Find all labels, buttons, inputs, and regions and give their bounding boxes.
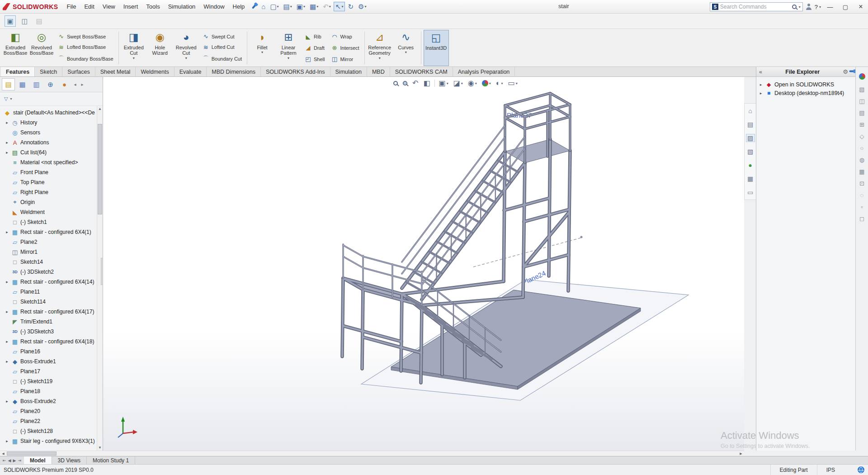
tree-item-plane18[interactable]: ▱Plane18 <box>0 386 97 396</box>
design-library-tab[interactable]: ▤ <box>746 120 755 128</box>
horizontal-scrollbar[interactable]: ◀ ▶ <box>0 451 744 456</box>
tree-item-plane2[interactable]: ▱Plane2 <box>0 237 97 247</box>
collapse-chevrons-icon[interactable]: « <box>759 69 762 75</box>
tree-item-origin[interactable]: ⌖Origin <box>0 197 97 207</box>
expand-arrow-icon[interactable]: ▸ <box>5 280 9 284</box>
menu-tools[interactable]: Tools <box>142 1 164 12</box>
ribbon-button-draft[interactable]: ◢Draft <box>303 44 326 52</box>
solidworks-resources-tab[interactable]: ⌂ <box>746 107 755 115</box>
ribbon-button-swept-boss-base[interactable]: ∿Swept Boss/Base <box>56 33 115 40</box>
search-icon[interactable] <box>792 5 797 9</box>
tab-scroll-prev-icon[interactable]: ◀ <box>8 458 11 463</box>
screenshot-icon[interactable]: ▣ <box>5 15 16 27</box>
featuremanager-tab[interactable]: ▤ <box>2 78 15 90</box>
gear-icon[interactable]: ⚙ <box>843 68 848 75</box>
undo-icon[interactable]: ↶▾ <box>321 2 333 11</box>
rebuild-icon[interactable]: ↻ <box>346 2 355 11</box>
tab-solidworks-cam[interactable]: SOLIDWORKS CAM <box>390 67 453 76</box>
expand-arrow-icon[interactable]: ▸ <box>5 120 9 125</box>
dock-toolbar-icon-10[interactable]: ⊡ <box>859 180 864 187</box>
view-settings-icon[interactable]: ▭▾ <box>507 79 519 87</box>
fm-tabs-scroll-left[interactable]: ◂ <box>72 82 78 87</box>
tab-weldments[interactable]: Weldments <box>136 67 174 76</box>
ribbon-button-extruded-cut[interactable]: ◨Extruded Cut▾ <box>121 30 146 66</box>
ribbon-button-wrap[interactable]: ◠Wrap <box>329 33 361 41</box>
tree-item-rect-stair-configured-6x4-14[interactable]: ▸▦Rect stair - configured 6X4(14) <box>0 277 97 287</box>
study-tab-3d-views[interactable]: 3D Views <box>52 456 87 464</box>
dimxpertmanager-tab[interactable]: ⊕ <box>44 78 57 90</box>
hide-show-items-icon[interactable]: ◉▾ <box>467 79 478 87</box>
graphics-viewport[interactable]: ↶◧▣▾◪▾◉▾▾◐▾▭▾ <box>103 77 744 451</box>
tab-sheet-metal[interactable]: Sheet Metal <box>95 67 136 76</box>
tree-item-cut-list-64[interactable]: ▸▤Cut list(64) <box>0 147 97 157</box>
expand-arrow-icon[interactable]: ▸ <box>5 309 9 314</box>
minimize-button[interactable]: — <box>824 1 836 13</box>
menu-insert[interactable]: Insert <box>119 1 142 12</box>
dock-toolbar-icon-9[interactable]: ▦ <box>859 168 864 175</box>
ribbon-button-boundary-cut[interactable]: ⌒Boundary Cut <box>201 54 244 63</box>
search-caret-icon[interactable]: ▾ <box>799 5 801 9</box>
view-palette-tab[interactable]: ▧ <box>746 147 755 156</box>
locked-tool-icon[interactable]: ▤ <box>33 15 45 27</box>
tree-item-material-not-specified[interactable]: ≡Material <not specified> <box>0 157 97 167</box>
scroll-up-icon[interactable]: ▲ <box>97 106 103 112</box>
tab-mbd[interactable]: MBD <box>367 67 390 76</box>
zoom-to-area-icon[interactable] <box>402 81 408 86</box>
dock-toolbar-icon-12[interactable]: ▫ <box>861 204 863 210</box>
scroll-right-icon[interactable]: ▶ <box>738 451 744 456</box>
appearances-tab[interactable]: ● <box>746 161 755 169</box>
ribbon-button-fillet[interactable]: ◗Fillet▾ <box>250 30 275 66</box>
tab-sketch[interactable]: Sketch <box>35 67 62 76</box>
print-icon[interactable]: ▦▾ <box>308 2 320 11</box>
configurationmanager-tab[interactable]: ▥ <box>30 78 43 90</box>
tree-item-plane20[interactable]: ▱Plane20 <box>0 406 97 416</box>
tree-item-history[interactable]: ▸◷History <box>0 118 97 128</box>
scroll-down-icon[interactable]: ▼ <box>97 445 103 451</box>
tab-scroll-next-icon[interactable]: ▶ <box>13 458 16 463</box>
dock-toolbar-icon-2[interactable]: ▧ <box>859 86 864 93</box>
select-cursor-icon[interactable]: ↖▾ <box>334 2 345 11</box>
expand-arrow-icon[interactable]: ▸ <box>5 359 9 364</box>
ribbon-button-lofted-boss-base[interactable]: ≋Lofted Boss/Base <box>56 43 115 51</box>
tree-item-sensors[interactable]: ◎Sensors <box>0 128 97 138</box>
close-button[interactable]: × <box>854 1 867 13</box>
ribbon-button-extruded-boss-base[interactable]: ◧Extruded Boss/Base <box>3 30 28 66</box>
menu-window[interactable]: Window <box>199 1 228 12</box>
tree-item-rect-stair-configured-6x4-17[interactable]: ▸▦Rect stair - configured 6X4(17) <box>0 307 97 317</box>
feature-tree-filter[interactable]: ▽ ▾ <box>0 92 103 106</box>
apply-scene-icon[interactable]: ◐▾ <box>495 79 504 87</box>
ribbon-button-instant3d[interactable]: ◱Instant3D <box>424 30 449 66</box>
dock-toolbar-icon-11[interactable]: ◌ <box>860 192 864 199</box>
dock-toolbar-icon-5[interactable]: ⊞ <box>859 121 864 128</box>
expand-arrow-icon[interactable]: ▸ <box>759 82 763 87</box>
tree-item-boss-extrude1[interactable]: ▸◆Boss-Extrude1 <box>0 356 97 366</box>
tree-item-sketch14[interactable]: □Sketch14 <box>0 257 97 267</box>
menu-file[interactable]: File <box>62 1 80 12</box>
tab-simulation[interactable]: Simulation <box>330 67 367 76</box>
dock-toolbar-icon-13[interactable]: ◻ <box>859 215 864 222</box>
split-view-icon[interactable]: ◫ <box>19 15 30 27</box>
tree-item-annotations[interactable]: ▸AAnnotations <box>0 138 97 147</box>
ribbon-button-swept-cut[interactable]: ∿Swept Cut <box>201 33 244 40</box>
tab-evaluate[interactable]: Evaluate <box>175 67 207 76</box>
tree-item-mirror1[interactable]: ◫Mirror1 <box>0 247 97 257</box>
tree-item-plane22[interactable]: ▱Plane22 <box>0 416 97 426</box>
display-style-icon[interactable]: ◪▾ <box>453 79 464 87</box>
ribbon-button-intersect[interactable]: ⊗Intersect <box>329 44 361 52</box>
tree-item-sketch119[interactable]: □(-) Sketch119 <box>0 376 97 386</box>
scrollbar-thumb[interactable] <box>98 124 102 214</box>
displaymanager-tab[interactable]: ● <box>58 78 71 90</box>
ribbon-button-hole-wizard[interactable]: ◉Hole Wizard <box>147 30 173 66</box>
section-view-icon[interactable]: ◧ <box>422 79 431 87</box>
expand-arrow-icon[interactable]: ▸ <box>5 399 9 404</box>
expand-arrow-icon[interactable]: ▸ <box>5 140 9 145</box>
tree-item-boss-extrude2[interactable]: ▸◆Boss-Extrude2 <box>0 396 97 406</box>
ribbon-button-curves[interactable]: ∿Curves▾ <box>393 30 419 66</box>
save-icon[interactable]: ▣▾ <box>295 2 307 11</box>
dock-toolbar-icon-3[interactable]: ◫ <box>859 98 864 104</box>
ribbon-button-boundary-boss-base[interactable]: ⌒Boundary Boss/Base <box>56 54 115 63</box>
tree-item-plane11[interactable]: ▱Plane11 <box>0 287 97 297</box>
units-selector[interactable]: IPS <box>817 465 844 475</box>
tree-item-stair-leg-configured-9x6x3-1[interactable]: ▸▦Stair leg - configured 9X6X3(1) <box>0 436 97 446</box>
new-document-icon[interactable]: ▢▾ <box>268 2 280 11</box>
